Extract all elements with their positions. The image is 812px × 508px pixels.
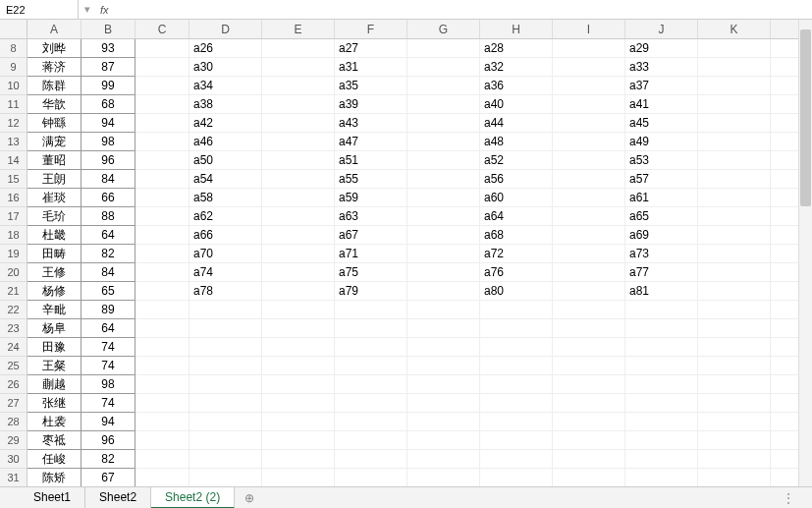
cell-extra31[interactable]: [771, 469, 800, 486]
cell-G20[interactable]: [407, 263, 480, 282]
cell-D16[interactable]: a58: [189, 189, 262, 207]
row-header-26[interactable]: 26: [0, 375, 27, 394]
name-box-dropdown-icon[interactable]: ▾: [84, 3, 90, 16]
cell-F22[interactable]: [335, 301, 407, 319]
cell-J10[interactable]: a37: [625, 77, 698, 95]
cell-K11[interactable]: [698, 95, 771, 114]
cell-A28[interactable]: 杜袭: [27, 413, 81, 431]
cell-H22[interactable]: [480, 301, 553, 319]
cell-F12[interactable]: a43: [335, 114, 407, 133]
cell-E12[interactable]: [262, 114, 335, 133]
cell-C18[interactable]: [135, 226, 189, 245]
cell-B9[interactable]: 87: [81, 58, 135, 77]
cell-J29[interactable]: [625, 431, 698, 450]
cell-I8[interactable]: [553, 39, 625, 58]
cell-D27[interactable]: [189, 394, 262, 413]
cell-C29[interactable]: [135, 431, 189, 450]
column-header-F[interactable]: F: [335, 20, 407, 38]
cell-A26[interactable]: 蒯越: [27, 375, 81, 394]
cell-D21[interactable]: a78: [189, 282, 262, 301]
cell-H15[interactable]: a56: [480, 170, 553, 189]
row-header-23[interactable]: 23: [0, 319, 27, 338]
cell-E8[interactable]: [262, 39, 335, 58]
row-header-31[interactable]: 31: [0, 469, 27, 486]
select-all-corner[interactable]: [0, 20, 27, 38]
cell-J28[interactable]: [625, 413, 698, 431]
cell-E26[interactable]: [262, 375, 335, 394]
cell-F29[interactable]: [335, 431, 407, 450]
cell-H10[interactable]: a36: [480, 77, 553, 95]
cell-B19[interactable]: 82: [81, 245, 135, 263]
column-header-A[interactable]: A: [27, 20, 81, 38]
cell-I27[interactable]: [553, 394, 625, 413]
cell-K16[interactable]: [698, 189, 771, 207]
cell-A25[interactable]: 王粲: [27, 357, 81, 375]
cell-J27[interactable]: [625, 394, 698, 413]
row-header-17[interactable]: 17: [0, 207, 27, 226]
cell-F27[interactable]: [335, 394, 407, 413]
cell-I22[interactable]: [553, 301, 625, 319]
cell-E22[interactable]: [262, 301, 335, 319]
cell-extra23[interactable]: [771, 319, 800, 338]
cell-extra11[interactable]: [771, 95, 800, 114]
cell-extra26[interactable]: [771, 375, 800, 394]
cell-C15[interactable]: [135, 170, 189, 189]
row-header-8[interactable]: 8: [0, 39, 27, 58]
cell-D25[interactable]: [189, 357, 262, 375]
row-header-20[interactable]: 20: [0, 263, 27, 282]
cell-I18[interactable]: [553, 226, 625, 245]
cell-F10[interactable]: a35: [335, 77, 407, 95]
cell-A27[interactable]: 张继: [27, 394, 81, 413]
cell-C10[interactable]: [135, 77, 189, 95]
cell-H27[interactable]: [480, 394, 553, 413]
cell-K12[interactable]: [698, 114, 771, 133]
cell-C27[interactable]: [135, 394, 189, 413]
row-header-28[interactable]: 28: [0, 413, 27, 431]
cell-D22[interactable]: [189, 301, 262, 319]
cell-G22[interactable]: [407, 301, 480, 319]
cell-J20[interactable]: a77: [625, 263, 698, 282]
cell-B23[interactable]: 64: [81, 319, 135, 338]
cell-H11[interactable]: a40: [480, 95, 553, 114]
row-header-30[interactable]: 30: [0, 450, 27, 469]
cell-D15[interactable]: a54: [189, 170, 262, 189]
cell-G19[interactable]: [407, 245, 480, 263]
cell-G31[interactable]: [407, 469, 480, 486]
sheet-tab-sheet2[interactable]: Sheet2: [85, 487, 151, 509]
cell-A9[interactable]: 蒋济: [27, 58, 81, 77]
cell-I14[interactable]: [553, 151, 625, 170]
cell-extra28[interactable]: [771, 413, 800, 431]
cell-C16[interactable]: [135, 189, 189, 207]
cell-K23[interactable]: [698, 319, 771, 338]
cell-E18[interactable]: [262, 226, 335, 245]
cell-B31[interactable]: 67: [81, 469, 135, 486]
cell-I17[interactable]: [553, 207, 625, 226]
cell-F25[interactable]: [335, 357, 407, 375]
cell-C12[interactable]: [135, 114, 189, 133]
vertical-scrollbar[interactable]: [798, 20, 812, 486]
cell-K20[interactable]: [698, 263, 771, 282]
cell-A23[interactable]: 杨阜: [27, 319, 81, 338]
cell-A16[interactable]: 崔琰: [27, 189, 81, 207]
cell-H18[interactable]: a68: [480, 226, 553, 245]
cell-extra19[interactable]: [771, 245, 800, 263]
row-header-11[interactable]: 11: [0, 95, 27, 114]
cell-K31[interactable]: [698, 469, 771, 486]
cell-H26[interactable]: [480, 375, 553, 394]
cell-D10[interactable]: a34: [189, 77, 262, 95]
cell-I15[interactable]: [553, 170, 625, 189]
cell-K28[interactable]: [698, 413, 771, 431]
cell-K8[interactable]: [698, 39, 771, 58]
cell-A8[interactable]: 刘晔: [27, 39, 81, 58]
cell-H21[interactable]: a80: [480, 282, 553, 301]
cell-H28[interactable]: [480, 413, 553, 431]
cell-C17[interactable]: [135, 207, 189, 226]
cell-H17[interactable]: a64: [480, 207, 553, 226]
cell-K26[interactable]: [698, 375, 771, 394]
cell-D19[interactable]: a70: [189, 245, 262, 263]
cell-A17[interactable]: 毛玠: [27, 207, 81, 226]
cell-K19[interactable]: [698, 245, 771, 263]
cell-D11[interactable]: a38: [189, 95, 262, 114]
cell-I16[interactable]: [553, 189, 625, 207]
cell-C19[interactable]: [135, 245, 189, 263]
